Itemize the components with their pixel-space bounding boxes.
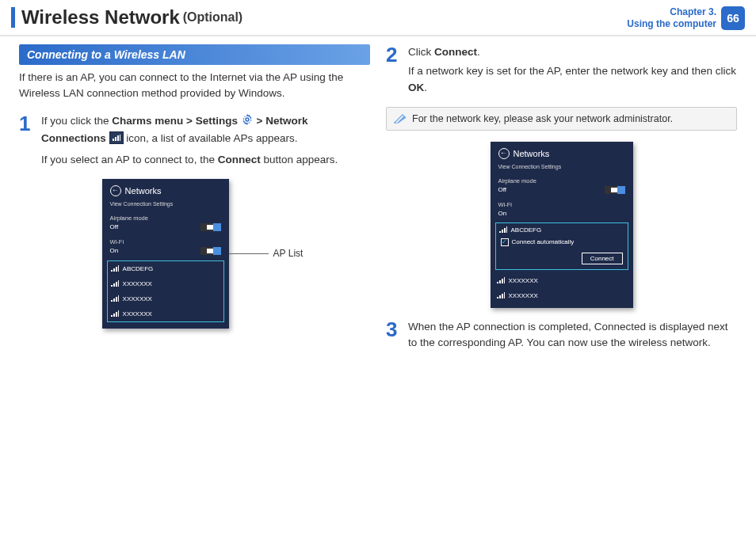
ap-name: ABCDEFG: [511, 226, 542, 234]
step-number: 1: [19, 113, 33, 168]
section-heading: Connecting to a Wireless LAN: [19, 44, 370, 65]
wifi-row: On: [491, 209, 633, 221]
signal-icon: [111, 295, 119, 302]
ap-name: XXXXXXX: [123, 280, 152, 287]
chapter-line-1: Chapter 3.: [627, 6, 716, 18]
bold-text: Connect: [218, 154, 261, 165]
airplane-mode-row: Off: [102, 222, 229, 235]
text: If a network key is set for the AP, ente…: [408, 65, 736, 77]
toggle-icon: [200, 223, 221, 231]
signal-icon: [499, 226, 507, 233]
ap-list-box: ABCDEFG XXXXXXX XXXXXXX XXXXXXX: [107, 260, 224, 322]
page-title-suffix: (Optional): [183, 10, 243, 24]
text: .: [477, 46, 480, 58]
step-3: 3 When the AP connection is completed, C…: [386, 319, 737, 352]
checkbox-label: Connect automatically: [512, 238, 575, 245]
header-right: Chapter 3. Using the computer 66: [627, 6, 745, 30]
ap-name: XXXXXXX: [123, 295, 152, 302]
ap-item: XXXXXXX: [491, 273, 633, 288]
content-columns: Connecting to a Wireless LAN If there is…: [0, 44, 756, 370]
step-1: 1 If you click the Charms menu > Setting…: [19, 113, 370, 168]
chapter-line-2: Using the computer: [627, 18, 716, 30]
toggle-icon: [605, 186, 625, 194]
ap-name: ABCDEFG: [123, 265, 154, 272]
wifi-state: On: [498, 210, 507, 217]
signal-icon: [111, 280, 119, 287]
gear-icon: [241, 113, 254, 131]
panel-header: ← Networks: [102, 179, 229, 200]
page-header: Wireless Network (Optional) Chapter 3. U…: [0, 0, 756, 36]
view-connection-settings: View Connection Settings: [102, 200, 229, 211]
text: Click: [408, 46, 434, 58]
airplane-mode-label: Airplane mode: [102, 211, 229, 222]
checkbox-icon: ✓: [501, 238, 509, 246]
signal-icon: [497, 277, 505, 283]
page-title: Wireless Network: [21, 6, 180, 29]
bold-text: OK: [408, 82, 424, 93]
panel-title: Networks: [514, 149, 550, 158]
text: If you select an AP to connect to, the: [41, 154, 218, 165]
intro-text: If there is an AP, you can connect to th…: [19, 70, 370, 101]
step-body: If you click the Charms menu > Settings …: [41, 113, 370, 168]
step-number: 2: [386, 44, 400, 96]
text: .: [424, 82, 427, 93]
airplane-mode-state: Off: [498, 186, 507, 193]
step-number: 3: [386, 319, 400, 352]
signal-bars-icon: [109, 131, 124, 144]
airplane-mode-row: Off: [491, 185, 633, 198]
signal-icon: [497, 292, 505, 298]
text: >: [257, 115, 266, 127]
networks-panel-figure-1: ← Networks View Connection Settings Airp…: [43, 179, 362, 329]
airplane-mode-state: Off: [110, 223, 119, 230]
text: button appears.: [261, 154, 338, 165]
note-box: For the network key, please ask your net…: [386, 107, 737, 131]
networks-panel: ← Networks View Connection Settings Airp…: [491, 142, 633, 308]
connect-button: Connect: [582, 253, 623, 264]
step-body: Click Connect. If a network key is set f…: [408, 44, 737, 96]
bold-text: Charms menu > Settings: [112, 115, 238, 127]
ap-item: ABCDEFG: [499, 226, 624, 234]
note-text: For the network key, please ask your net…: [412, 113, 673, 124]
callout-label: AP List: [273, 248, 304, 259]
back-arrow-icon: ←: [498, 148, 510, 159]
panel-title: Networks: [125, 186, 162, 196]
chapter-info: Chapter 3. Using the computer: [627, 6, 716, 30]
text: If you click the: [41, 115, 112, 127]
back-arrow-icon: ←: [110, 185, 121, 196]
bold-text: Connect: [434, 46, 477, 58]
ap-name: XXXXXXX: [509, 292, 538, 299]
networks-panel: ← Networks View Connection Settings Airp…: [102, 179, 229, 329]
step-body: When the AP connection is completed, Con…: [408, 319, 737, 352]
ap-name: XXXXXXX: [509, 277, 538, 284]
signal-icon: [111, 265, 119, 272]
wifi-row: On: [102, 246, 229, 259]
wifi-label: Wi-Fi: [102, 235, 229, 246]
text: icon, a list of available APs appears.: [126, 132, 297, 144]
header-left: Wireless Network (Optional): [11, 6, 242, 29]
ap-list-callout: AP List: [229, 248, 304, 259]
networks-panel-figure-2: ← Networks View Connection Settings Airp…: [386, 142, 737, 308]
accent-bar: [11, 7, 15, 28]
wifi-label: Wi-Fi: [491, 198, 633, 209]
ap-item: XXXXXXX: [108, 291, 223, 306]
wifi-state: On: [110, 247, 119, 254]
step-2: 2 Click Connect. If a network key is set…: [386, 44, 737, 96]
connect-automatically-checkbox: ✓ Connect automatically: [501, 238, 623, 246]
panel-header: ← Networks: [491, 142, 633, 162]
view-connection-settings: View Connection Settings: [491, 162, 633, 174]
left-column: Connecting to a Wireless LAN If there is…: [11, 44, 378, 362]
ap-name: XXXXXXX: [123, 310, 152, 317]
airplane-mode-label: Airplane mode: [491, 174, 633, 185]
note-icon: [393, 112, 407, 125]
toggle-icon: [200, 247, 221, 255]
page-number-badge: 66: [721, 6, 745, 30]
signal-icon: [111, 310, 119, 317]
text: When the AP connection is completed, Con…: [408, 319, 737, 352]
ap-connect-box: ABCDEFG ✓ Connect automatically Connect: [495, 222, 628, 270]
ap-item: XXXXXXX: [108, 306, 223, 321]
ap-item: XXXXXXX: [491, 288, 633, 303]
right-column: 2 Click Connect. If a network key is set…: [378, 44, 745, 362]
ap-item: XXXXXXX: [108, 276, 223, 291]
callout-line: [229, 253, 269, 254]
ap-item: ABCDEFG: [108, 261, 223, 276]
